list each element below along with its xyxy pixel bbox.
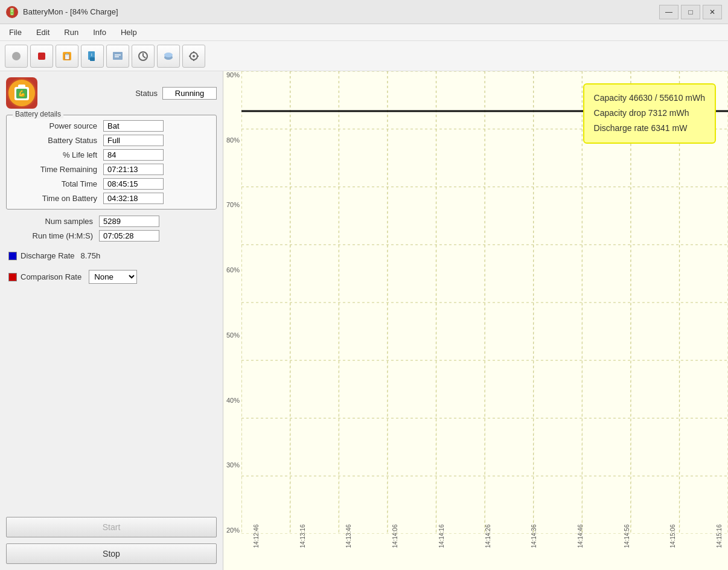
svg-text:💪: 💪 xyxy=(18,89,26,97)
info-box: Capacity 46630 / 55610 mWh Capacity drop… xyxy=(583,83,716,144)
time-remaining-label: Time Remaining xyxy=(13,165,97,174)
comparison-color-box xyxy=(8,273,17,281)
total-time-label: Total Time xyxy=(13,179,97,188)
app-icon: 🔋 xyxy=(6,6,18,18)
info-capacity: Capacity 46630 / 55610 mWh xyxy=(594,91,705,106)
battery-status-value: Full xyxy=(103,135,164,146)
title-bar: 🔋 BatteryMon - [84% Charge] — □ ✕ xyxy=(0,0,728,24)
run-time-value: 07:05:28 xyxy=(99,230,159,242)
y-axis-labels: 90% 80% 70% 60% 50% 40% 30% 20% xyxy=(223,71,241,534)
y-label-80: 80% xyxy=(223,136,241,144)
window-controls: — □ ✕ xyxy=(659,5,722,19)
num-samples-row: Num samples 5289 xyxy=(8,216,214,227)
life-left-value: 84 xyxy=(103,149,164,161)
status-value: Running xyxy=(162,87,217,100)
toolbar: 📋 i xyxy=(0,41,728,71)
comparison-rate-label: Comparison Rate xyxy=(21,272,81,281)
menu-bar: File Edit Run Info Help xyxy=(0,24,728,41)
svg-text:i: i xyxy=(91,52,92,57)
app-logo: 💪 xyxy=(6,77,37,109)
close-button[interactable]: ✕ xyxy=(703,5,722,19)
battery-status-row: Battery Status Full xyxy=(13,135,210,146)
toolbar-btn-4[interactable]: i xyxy=(81,45,104,68)
svg-rect-5 xyxy=(90,57,95,61)
x-label-7: 14:14:46 xyxy=(577,525,611,548)
toolbar-btn-7[interactable] xyxy=(157,45,180,68)
toolbar-btn-6[interactable] xyxy=(132,45,155,68)
time-on-battery-row: Time on Battery 04:32:18 xyxy=(13,193,210,204)
y-label-70: 70% xyxy=(223,201,241,208)
time-remaining-row: Time Remaining 07:21:13 xyxy=(13,164,210,175)
run-time-label: Run time (H:M:S) xyxy=(8,231,93,240)
total-time-value: 08:45:15 xyxy=(103,178,164,190)
time-remaining-value: 07:21:13 xyxy=(103,164,164,175)
menu-file[interactable]: File xyxy=(2,26,28,39)
toolbar-btn-8[interactable] xyxy=(182,45,205,68)
svg-line-12 xyxy=(143,56,145,58)
menu-run[interactable]: Run xyxy=(57,26,85,39)
chart-area: 90% 80% 70% 60% 50% 40% 30% 20% xyxy=(223,71,728,570)
x-label-9: 14:15:06 xyxy=(670,525,704,548)
x-label-1: 14:13:16 xyxy=(299,525,333,548)
run-time-row: Run time (H:M:S) 07:05:28 xyxy=(8,230,214,242)
y-label-20: 20% xyxy=(223,527,241,534)
window-title: BatteryMon - [84% Charge] xyxy=(23,7,118,16)
x-label-6: 14:14:36 xyxy=(531,525,565,548)
status-label: Status xyxy=(135,89,158,98)
y-label-60: 60% xyxy=(223,266,241,274)
x-label-3: 14:14:06 xyxy=(392,525,426,548)
x-axis-labels: 14:12:46 14:13:16 14:13:46 14:14:06 14:1… xyxy=(241,534,728,570)
x-label-10: 14:15:16 xyxy=(717,525,729,548)
maximize-button[interactable]: □ xyxy=(681,5,700,19)
y-label-30: 30% xyxy=(223,461,241,469)
power-source-value: Bat xyxy=(103,120,164,132)
svg-point-16 xyxy=(193,55,195,57)
discharge-rate-label: Discharge Rate xyxy=(21,251,75,260)
discharge-rate-row: Discharge Rate 8.75h xyxy=(6,251,217,260)
svg-point-14 xyxy=(164,53,173,57)
left-panel: 💪 Status Running Battery details Power s… xyxy=(0,71,223,570)
svg-text:📋: 📋 xyxy=(63,53,71,60)
x-label-4: 14:14:16 xyxy=(438,525,472,548)
x-label-0: 14:12:46 xyxy=(253,525,287,548)
x-label-5: 14:14:26 xyxy=(485,525,519,548)
minimize-button[interactable]: — xyxy=(659,5,679,19)
comparison-rate-row: Comparison Rate None 1h 2h 4h 6h 8h 10h xyxy=(6,270,217,284)
y-label-50: 50% xyxy=(223,331,241,339)
group-title: Battery details xyxy=(13,110,63,118)
comparison-rate-select[interactable]: None 1h 2h 4h 6h 8h 10h xyxy=(89,270,137,284)
svg-point-0 xyxy=(12,52,21,60)
time-on-battery-label: Time on Battery xyxy=(13,194,97,203)
battery-status-label: Battery Status xyxy=(13,136,97,145)
power-source-row: Power source Bat xyxy=(13,120,210,132)
discharge-rate-value: 8.75h xyxy=(81,251,101,260)
info-discharge-rate: Discharge rate 6341 mW xyxy=(594,121,705,136)
y-label-40: 40% xyxy=(223,397,241,404)
toolbar-btn-3[interactable]: 📋 xyxy=(56,45,78,68)
logo-status-row: 💪 Status Running xyxy=(6,77,217,109)
num-samples-label: Num samples xyxy=(8,217,93,226)
time-on-battery-value: 04:32:18 xyxy=(103,193,164,204)
start-button[interactable]: Start xyxy=(6,517,217,537)
main-content: 💪 Status Running Battery details Power s… xyxy=(0,71,728,570)
toolbar-btn-stop[interactable] xyxy=(30,45,53,68)
svg-rect-7 xyxy=(113,52,123,60)
y-label-90: 90% xyxy=(223,71,241,78)
life-left-label: % Life left xyxy=(13,150,97,159)
status-row: Status Running xyxy=(43,87,217,100)
toolbar-btn-record[interactable] xyxy=(5,45,28,68)
x-label-2: 14:13:46 xyxy=(346,525,380,548)
menu-edit[interactable]: Edit xyxy=(30,26,56,39)
toolbar-btn-5[interactable] xyxy=(106,45,129,68)
discharge-color-box xyxy=(8,252,17,260)
extra-stats: Num samples 5289 Run time (H:M:S) 07:05:… xyxy=(6,216,217,242)
total-time-row: Total Time 08:45:15 xyxy=(13,178,210,190)
x-label-8: 14:14:56 xyxy=(624,525,657,548)
power-source-label: Power source xyxy=(13,121,97,130)
menu-info[interactable]: Info xyxy=(86,26,113,39)
stop-button[interactable]: Stop xyxy=(6,543,217,564)
battery-details-group: Battery details Power source Bat Battery… xyxy=(6,115,217,210)
svg-rect-1 xyxy=(38,53,45,60)
life-left-row: % Life left 84 xyxy=(13,149,210,161)
menu-help[interactable]: Help xyxy=(114,26,144,39)
